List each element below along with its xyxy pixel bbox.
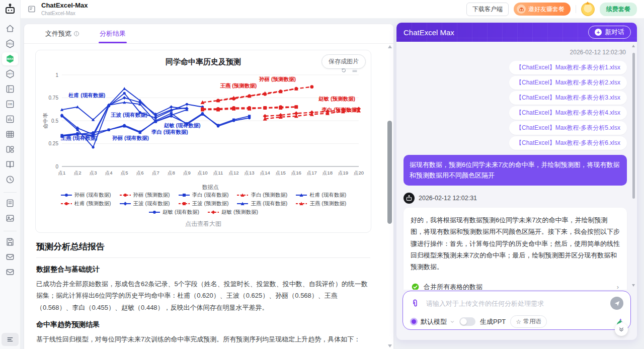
attach-paperclip-icon[interactable]: [410, 298, 420, 308]
scroll-down-arrow[interactable]: [388, 344, 392, 347]
svg-text:PPT: PPT: [8, 72, 13, 75]
svg-text:数据点: 数据点: [202, 184, 219, 190]
left-icon-rail: PROMAXPPTAIDB: [0, 0, 21, 349]
sidebar-item-mail[interactable]: [2, 266, 18, 279]
legend-item[interactable]: 孙丽 (预测数据): [119, 192, 170, 199]
save-as-image-button[interactable]: 保存成图片: [321, 54, 366, 69]
send-button[interactable]: [610, 297, 623, 310]
user-avatar[interactable]: [581, 3, 595, 16]
legend-item[interactable]: 孙丽 (现有数据): [60, 192, 111, 199]
file-chip[interactable]: 【ChatExcel】Max教程-多表分析5.xlsx: [509, 121, 627, 135]
sidebar-item-max-badge[interactable]: MAX: [2, 52, 18, 65]
legend-label: 王波 (现有数据): [133, 200, 170, 207]
legend-item[interactable]: 王燕 (现有数据): [236, 200, 287, 207]
legend-item[interactable]: 赵敏 (预测数据): [207, 209, 258, 216]
tab-analysis-result[interactable]: 分析结果: [99, 29, 127, 43]
report-section-1-heading: 数据整合与基础统计: [36, 265, 370, 274]
model-selector-label: 默认模型: [421, 317, 447, 326]
legend-item[interactable]: 李白 (现有数据): [178, 192, 229, 199]
legend-item[interactable]: 杜甫 (现有数据): [295, 192, 346, 199]
ai-message-header: 2026-02-12 12:02:31: [404, 193, 627, 204]
analysis-panel: 文件预览 分析结果 保存成图片 同学命中: [24, 24, 393, 349]
ppt-badge-icon: PPT: [5, 69, 15, 79]
task-step[interactable]: 合并所有表格的数据›: [411, 277, 620, 290]
legend-item[interactable]: 王燕 (预测数据): [295, 200, 346, 207]
legend-label: 杜甫 (预测数据): [74, 200, 111, 207]
info-icon[interactable]: [73, 31, 79, 37]
model-selector[interactable]: 默认模型: [410, 317, 455, 326]
line-chart[interactable]: 00.250.50.751点1点2点3点4点5点6点7点8点9点10点11点12…: [42, 67, 365, 191]
sidebar-item-bar-chart[interactable]: [2, 113, 18, 126]
sidebar-menu-button[interactable]: [2, 333, 19, 346]
file-chip[interactable]: 【ChatExcel】Max教程-多表分析2.xlsx: [509, 76, 627, 90]
sidebar-item-image[interactable]: [2, 212, 18, 225]
sidebar-item-book[interactable]: [2, 158, 18, 171]
chart-toolbox: [341, 67, 358, 73]
sidebar-item-ai-panel[interactable]: AI: [2, 82, 18, 96]
sidebar-item-home[interactable]: [2, 22, 18, 35]
file-chip[interactable]: 【ChatExcel】Max教程-多表分析4.xlsx: [509, 106, 627, 120]
svg-text:点13: 点13: [245, 170, 255, 176]
sidebar-item-table[interactable]: [2, 128, 18, 141]
sidebar-item-save[interactable]: [2, 235, 18, 248]
legend-item[interactable]: 王波 (现有数据): [119, 200, 170, 207]
legend-item[interactable]: 李白 (预测数据): [236, 192, 287, 199]
sidebar-item-database[interactable]: DB: [2, 98, 18, 111]
chart-enlarge-hint[interactable]: 点击查看大图: [42, 220, 365, 228]
chat-panel: ChatExcel Max + 新对话 2026-02-12 12:02:30 …: [396, 23, 637, 340]
svg-text:点5: 点5: [121, 170, 128, 176]
generate-ppt-toggle[interactable]: [459, 317, 475, 326]
invite-friends-label: 邀好友赚套餐: [528, 5, 565, 14]
main-scrollbar: [387, 45, 392, 347]
legend-item[interactable]: 王波 (预测数据): [178, 200, 229, 207]
table-icon: [5, 129, 15, 139]
tab-file-preview[interactable]: 文件预览: [44, 29, 80, 43]
svg-text:李白 (预测数据): 李白 (预测数据): [321, 107, 358, 113]
chat-scroll-down-arrow[interactable]: [632, 284, 635, 287]
chart-legend: 孙丽 (现有数据)孙丽 (预测数据)李白 (现有数据)李白 (预测数据)杜甫 (…: [42, 192, 365, 216]
sidebar-item-document[interactable]: [2, 197, 18, 210]
download-client-button[interactable]: 下载客户端: [466, 3, 509, 16]
legend-label: 王燕 (预测数据): [309, 200, 346, 207]
svg-text:点4: 点4: [105, 170, 113, 176]
sidebar-item-layout[interactable]: [2, 143, 18, 156]
uploaded-file-list: 【ChatExcel】Max教程-多表分析1.xlsx【ChatExcel】Ma…: [404, 61, 627, 150]
invite-friends-button[interactable]: 邀好友赚套餐: [514, 3, 571, 16]
chat-text-input[interactable]: [425, 299, 605, 308]
svg-text:王波 (现有数据): 王波 (现有数据): [111, 112, 147, 118]
main-scrollbar-thumb[interactable]: [387, 121, 392, 224]
file-chip[interactable]: 【ChatExcel】Max教程-多表分析1.xlsx: [509, 61, 627, 74]
app-logo-robot-icon[interactable]: [0, 0, 20, 18]
scroll-up-arrow[interactable]: [388, 45, 392, 48]
pro-badge-icon: PRO: [5, 39, 15, 49]
sidebar-item-pro-badge[interactable]: PRO: [2, 37, 18, 50]
legend-item[interactable]: 杜甫 (预测数据): [60, 200, 111, 207]
chart-menu-icon[interactable]: [352, 67, 358, 73]
chevron-right-icon: ›: [617, 283, 619, 290]
chart-card[interactable]: 保存成图片 同学命中率历史及预测 00.250.50.751点1点2点3点4点5…: [35, 50, 371, 233]
legend-item[interactable]: 赵敏 (现有数据): [148, 209, 199, 216]
renew-plan-button[interactable]: 续费套餐: [600, 3, 637, 16]
sidebar-item-mail[interactable]: [2, 250, 18, 264]
sidebar-item-clock[interactable]: [2, 173, 18, 186]
report-section-2-heading: 命中率趋势预测结果: [36, 320, 370, 329]
file-chip[interactable]: 【ChatExcel】Max教程-多表分析3.xlsx: [509, 91, 627, 105]
chat-scroll-up-arrow[interactable]: [632, 45, 635, 47]
new-chat-button[interactable]: + 新对话: [588, 26, 631, 39]
collapse-chat-chevrons-button[interactable]: [615, 323, 628, 336]
analysis-report: 预测分析总结报告 数据整合与基础统计 已成功合并全部原始数据，形成包含62条记录…: [35, 233, 383, 349]
restore-icon[interactable]: [341, 67, 347, 73]
svg-text:AI: AI: [10, 88, 13, 91]
layout-icon: [5, 144, 15, 154]
bar-chart-icon: [5, 114, 15, 124]
ai-message-text: 好的，我将根据现有数据预测6位同学未来7次的命中率，并绘制预测图，将现有数据和预…: [411, 214, 620, 273]
legend-label: 王波 (预测数据): [192, 200, 229, 207]
chat-scrollbar-thumb[interactable]: [632, 53, 635, 199]
svg-text:点8: 点8: [168, 170, 175, 176]
file-chip[interactable]: 【ChatExcel】Max教程-多表分析6.xlsx: [509, 136, 627, 150]
collapse-sidebar-icon[interactable]: [27, 5, 36, 14]
common-phrases-button[interactable]: ☆ 常用语: [510, 315, 547, 328]
svg-text:点19: 点19: [338, 170, 348, 176]
document-icon: [5, 198, 15, 208]
sidebar-item-ppt-badge[interactable]: PPT: [2, 67, 18, 80]
